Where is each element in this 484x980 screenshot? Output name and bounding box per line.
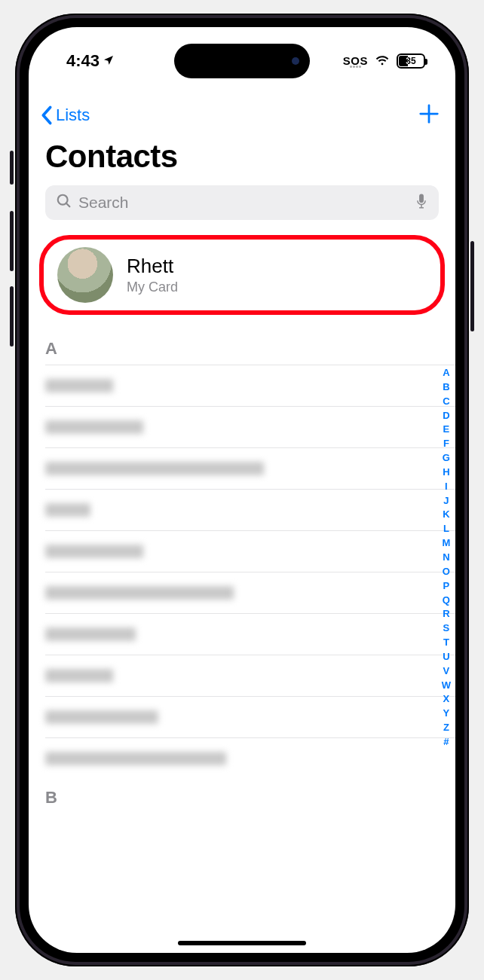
power-button [470,241,474,331]
contact-row[interactable] [45,447,455,489]
index-letter[interactable]: S [443,621,450,636]
index-letter[interactable]: X [443,692,450,707]
status-bar: 4:43 SOS [29,27,455,80]
contact-row[interactable] [45,365,455,406]
index-letter[interactable]: D [443,409,449,423]
wifi-icon [374,51,391,71]
volume-up-button [10,211,14,271]
index-letter[interactable]: R [443,607,449,621]
plus-icon [418,102,440,125]
contact-name-redacted [45,462,264,475]
contact-row[interactable] [45,489,455,530]
silence-switch [10,151,14,185]
page-title: Contacts [29,131,455,185]
index-letter[interactable]: A [443,366,449,380]
contact-name-redacted [45,710,158,724]
index-letter[interactable]: Q [443,594,450,608]
sos-indicator: SOS [343,54,368,68]
screen: 4:43 SOS [29,27,455,953]
phone-frame: 4:43 SOS [0,0,484,980]
device-body: 4:43 SOS [15,14,469,966]
nav-bar: Lists [29,95,455,131]
search-box[interactable] [45,185,439,220]
index-letter[interactable]: K [443,508,449,522]
contact-row[interactable] [45,613,455,655]
chevron-left-icon [39,105,54,126]
contact-name-redacted [45,503,90,517]
contact-row[interactable] [45,572,455,613]
index-letter[interactable]: Z [443,721,449,735]
index-letter[interactable]: M [442,536,450,551]
index-letter[interactable]: H [443,466,449,480]
battery-icon: 35 [397,53,425,69]
index-letter[interactable]: J [443,494,449,508]
section-header-a: A [45,337,455,365]
contact-row[interactable] [45,530,455,572]
home-indicator[interactable] [178,941,306,945]
index-letter[interactable]: F [443,437,449,451]
contact-name-redacted [45,669,113,682]
section-header-b: B [45,779,455,814]
back-label: Lists [56,105,90,125]
index-letter[interactable]: I [445,480,448,494]
contact-name-redacted [45,379,113,392]
location-icon [103,51,115,71]
contact-row[interactable] [45,737,455,779]
index-letter[interactable]: T [443,636,449,650]
index-bar[interactable]: ABCDEFGHIJKLMNOPQRSTUVWXYZ# [442,366,451,750]
back-button[interactable]: Lists [39,105,90,126]
index-letter[interactable]: C [443,395,449,409]
contact-name-redacted [45,420,143,434]
status-time: 4:43 [66,51,100,71]
index-letter[interactable]: V [443,664,450,679]
contact-name-redacted [45,752,226,765]
svg-line-3 [66,203,70,207]
avatar [57,247,113,303]
search-input[interactable] [78,194,409,212]
index-letter[interactable]: Y [443,707,450,721]
index-letter[interactable]: # [443,735,449,750]
index-letter[interactable]: U [443,650,449,664]
contact-row[interactable] [45,655,455,696]
contact-name-redacted [45,545,143,558]
index-letter[interactable]: W [442,679,451,693]
contact-name-redacted [45,586,234,600]
index-letter[interactable]: E [443,423,450,437]
contact-name-redacted [45,627,136,641]
svg-rect-4 [419,194,424,203]
index-letter[interactable]: G [443,451,450,466]
contact-row[interactable] [45,696,455,737]
my-card-highlight: Rhett My Card [39,235,445,315]
volume-down-button [10,286,14,347]
index-letter[interactable]: N [443,551,449,565]
my-card[interactable]: Rhett My Card [51,247,433,303]
my-card-subtitle: My Card [127,279,178,295]
microphone-icon[interactable] [415,193,428,212]
index-letter[interactable]: L [443,522,449,536]
contacts-list[interactable]: A B [29,337,455,814]
index-letter[interactable]: O [443,565,450,579]
index-letter[interactable]: P [443,579,450,594]
contact-row[interactable] [45,406,455,447]
search-icon [56,193,72,212]
my-card-name: Rhett [127,255,178,278]
index-letter[interactable]: B [443,380,449,395]
add-contact-button[interactable] [418,102,440,128]
